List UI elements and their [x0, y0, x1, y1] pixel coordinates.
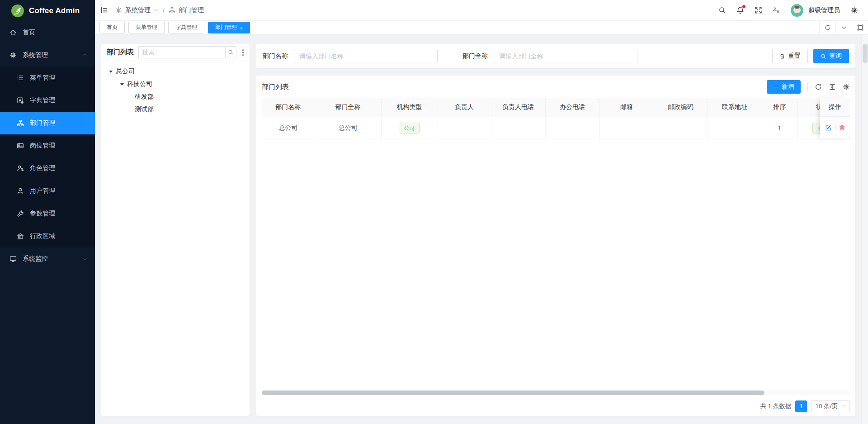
search-icon: [228, 49, 234, 55]
dept-full-name-input[interactable]: [494, 49, 637, 63]
fullscreen-button[interactable]: [755, 6, 762, 14]
sidebar-item-menu-management[interactable]: 菜单管理: [0, 67, 95, 89]
tree-panel-header: 部门列表: [101, 44, 250, 61]
sidebar-item-system-management[interactable]: 系统管理: [0, 44, 95, 67]
sidebar-item-admin-region[interactable]: 行政区域: [0, 225, 95, 248]
filter-actions: 重置 查询: [772, 49, 849, 63]
sidebar-item-post-management[interactable]: 岗位管理: [0, 134, 95, 157]
sidebar-item-label: 用户管理: [30, 187, 55, 195]
search-button[interactable]: [718, 6, 726, 14]
sidebar-item-role-management[interactable]: 角色管理: [0, 157, 95, 180]
edit-button[interactable]: [825, 124, 832, 131]
toolbar-divider: [807, 83, 808, 91]
dept-name-input[interactable]: [294, 49, 438, 63]
field-label: 部门全称: [462, 52, 488, 60]
tree-more-button[interactable]: [241, 48, 245, 57]
column-settings-button[interactable]: [843, 83, 850, 91]
fixed-operation-column: 操作: [820, 98, 850, 139]
cell-office-phone: [545, 117, 599, 139]
column-header: 负责人电话: [491, 98, 545, 117]
sidebar: Coffee Admin 首页 系统管理 菜单管理 字典管理: [0, 0, 95, 424]
cell-address: [708, 117, 762, 139]
row-height-button[interactable]: [829, 83, 836, 91]
org-chart-icon: [17, 119, 24, 127]
delete-button[interactable]: [839, 124, 845, 131]
cell-postal-code: [654, 117, 708, 139]
org-type-tag: 公司: [400, 123, 420, 133]
filter-field-dept-full-name: 部门全称: [462, 49, 637, 63]
field-label: 部门名称: [263, 52, 288, 60]
horizontal-scrollbar: [262, 390, 850, 395]
tab-home[interactable]: 首页: [99, 22, 125, 33]
query-button[interactable]: 查询: [813, 49, 849, 63]
tree-node-head-office[interactable]: 总公司: [101, 65, 250, 78]
translate-icon: 文A: [773, 6, 780, 14]
tree-node-rd-dept[interactable]: 研发部: [101, 91, 250, 103]
pagination-total: 共 1 条数据: [760, 402, 791, 410]
settings-button[interactable]: [850, 6, 858, 14]
sidebar-item-parameter-management[interactable]: 参数管理: [0, 202, 95, 225]
refresh-table-button[interactable]: [815, 83, 822, 91]
sidebar-item-user-management[interactable]: 用户管理: [0, 180, 95, 202]
chevron-down-icon: [82, 256, 88, 262]
add-button[interactable]: 新增: [767, 80, 801, 94]
cell-email: [599, 117, 654, 139]
breadcrumb-item[interactable]: 系统管理: [125, 6, 151, 14]
right-column: 部门名称 部门全称 重置 查询: [256, 44, 855, 416]
column-header-operation: 操作: [820, 98, 850, 117]
topbar: 系统管理 / 部门管理 文A: [95, 0, 868, 21]
tree-search-input[interactable]: [138, 46, 225, 58]
notifications-button[interactable]: [736, 6, 744, 14]
tree-search-button[interactable]: [225, 46, 236, 58]
caret-down-icon[interactable]: [109, 71, 113, 73]
sidebar-item-label: 字典管理: [30, 96, 55, 105]
menu-list-icon: [17, 74, 24, 81]
table-scroll-area: 部门名称 部门全称 机构类型 负责人 负责人电话 办公电话 邮箱 邮政编码 联系: [262, 98, 850, 139]
department-table-card: 部门列表 新增: [256, 76, 855, 416]
sidebar-item-label: 参数管理: [30, 210, 55, 218]
sidebar-item-label: 系统监控: [23, 255, 48, 263]
tab-dictionary-management[interactable]: 字典管理: [168, 22, 204, 33]
tree-node-test-dept[interactable]: 测试部: [101, 103, 250, 116]
tab-department-management[interactable]: 部门管理 x: [208, 22, 250, 33]
sidebar-item-label: 部门管理: [30, 119, 55, 127]
page-size-select[interactable]: 10 条/页: [811, 400, 850, 412]
refresh-icon: [825, 24, 831, 31]
tab-options-button[interactable]: [835, 21, 852, 34]
breadcrumb: 系统管理 / 部门管理: [115, 6, 204, 14]
vertical-scrollbar-thumb[interactable]: [863, 44, 868, 63]
page-number-button[interactable]: 1: [795, 400, 807, 412]
department-tree: 总公司 科技公司 研发部 测试部: [101, 61, 250, 120]
pagination: 共 1 条数据 1 10 条/页: [262, 399, 850, 416]
refresh-page-button[interactable]: [819, 21, 835, 34]
sidebar-item-home[interactable]: 首页: [0, 21, 95, 44]
sidebar-item-label: 首页: [23, 29, 35, 37]
monitor-icon: [9, 255, 17, 262]
user-icon: [17, 187, 24, 195]
horizontal-scrollbar-thumb[interactable]: [262, 391, 764, 395]
row-height-icon: [829, 83, 836, 91]
tree-node-tech-company[interactable]: 科技公司: [101, 78, 250, 91]
sidebar-collapse-button[interactable]: [100, 6, 108, 14]
fullscreen-icon: [755, 6, 762, 14]
table-toolbar: 新增: [767, 80, 850, 94]
tab-close-icon[interactable]: x: [240, 25, 243, 30]
reset-button[interactable]: 重置: [772, 49, 808, 63]
sidebar-item-dictionary-management[interactable]: 字典管理: [0, 89, 95, 112]
leaf-logo-icon: [11, 5, 24, 17]
translate-button[interactable]: 文A: [773, 6, 780, 14]
sidebar-item-department-management[interactable]: 部门管理: [0, 112, 95, 134]
badge-icon: [17, 142, 24, 149]
tab-menu-management[interactable]: 菜单管理: [128, 22, 165, 33]
table-row[interactable]: 总公司 总公司 公司 1: [262, 117, 847, 139]
caret-down-icon[interactable]: [120, 83, 124, 86]
sidebar-item-system-monitor[interactable]: 系统监控: [0, 248, 95, 270]
maximize-content-button[interactable]: [852, 21, 868, 34]
chevron-up-icon: [82, 52, 88, 58]
sidebar-item-label: 系统管理: [23, 51, 48, 59]
table-card-header: 部门列表 新增: [262, 76, 850, 98]
table-card-title: 部门列表: [262, 83, 289, 91]
column-header: 办公电话: [545, 98, 599, 117]
username[interactable]: 超级管理员: [808, 6, 840, 14]
user-avatar[interactable]: [791, 4, 803, 17]
